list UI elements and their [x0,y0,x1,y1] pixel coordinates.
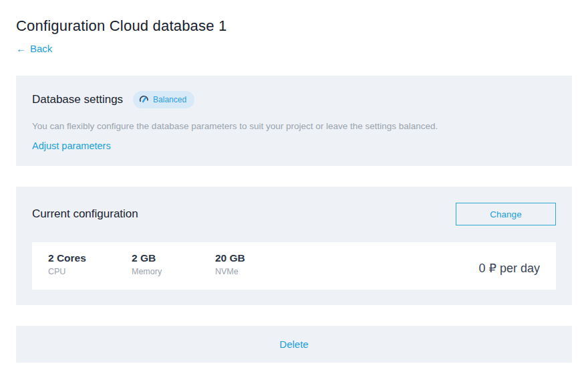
current-configuration-heading: Current configuration [32,207,138,221]
database-settings-header: Database settings Balanced [32,91,556,108]
database-settings-card: Database settings Balanced You can flexi… [16,76,572,166]
database-settings-description: You can flexibly configure the database … [32,120,556,133]
database-settings-heading: Database settings [32,93,123,106]
change-button[interactable]: Change [456,203,556,225]
spec-memory-label: Memory [132,267,215,276]
spec-memory: 2 GB Memory [132,252,215,276]
adjust-parameters-link[interactable]: Adjust parameters [32,140,111,151]
balanced-badge: Balanced [133,91,194,108]
balanced-badge-label: Balanced [153,95,186,104]
spec-cpu-label: CPU [48,267,132,276]
spec-storage-value: 20 GB [215,252,299,264]
configuration-spec-card: 2 Cores CPU 2 GB Memory 20 GB NVMe 0 ₽ p… [32,242,556,290]
spec-storage-label: NVMe [215,267,299,276]
spec-memory-value: 2 GB [132,252,215,264]
current-configuration-header: Current configuration Change [32,203,556,225]
back-link-label: Back [30,43,52,54]
spec-cpu-value: 2 Cores [48,252,132,264]
page-title: Configuration Cloud database 1 [16,17,572,35]
price-per-day: 0 ₽ per day [478,261,540,281]
current-configuration-card: Current configuration Change 2 Cores CPU… [16,187,572,305]
delete-card: Delete [16,326,572,363]
delete-link[interactable]: Delete [279,339,308,350]
spec-storage: 20 GB NVMe [215,252,299,276]
spec-cpu: 2 Cores CPU [48,252,132,276]
gauge-icon [138,94,149,105]
page: Configuration Cloud database 1 ←Back Dat… [0,0,588,363]
back-link[interactable]: ←Back [16,43,52,54]
back-arrow-icon: ← [16,43,26,54]
